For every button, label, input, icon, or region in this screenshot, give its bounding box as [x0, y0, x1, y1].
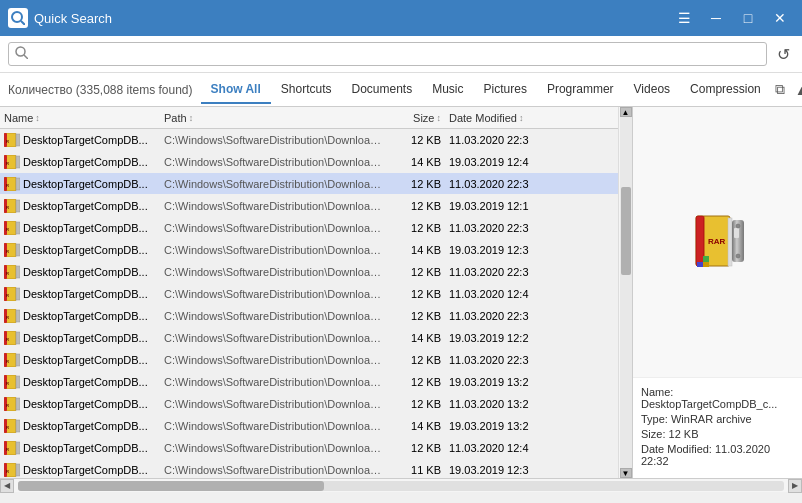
svg-point-79 [736, 254, 740, 258]
cell-path-6: C:\Windows\SoftwareDistribution\Download… [160, 266, 390, 278]
cell-path-2: C:\Windows\SoftwareDistribution\Download… [160, 178, 390, 190]
svg-rect-62 [16, 442, 20, 454]
cell-name-4: R DesktopTargetCompDB... [0, 221, 160, 235]
scroll-down-arrow[interactable]: ▼ [620, 468, 632, 478]
svg-line-3 [24, 55, 28, 59]
cell-size-1: 14 KB [390, 156, 445, 168]
svg-text:R: R [6, 161, 9, 166]
svg-rect-10 [16, 156, 20, 168]
table-row[interactable]: R DesktopTargetCompDB...C:\Windows\Softw… [0, 261, 618, 283]
table-body: R DesktopTargetCompDB...C:\Windows\Softw… [0, 129, 618, 478]
svg-text:R: R [6, 293, 9, 298]
search-input[interactable] [32, 47, 760, 62]
table-row[interactable]: R DesktopTargetCompDB...C:\Windows\Softw… [0, 217, 618, 239]
tab-pictures[interactable]: Pictures [474, 76, 537, 104]
menu-button[interactable]: ☰ [670, 6, 698, 30]
preview-info: Name: DesktopTargetCompDB_c... Type: Win… [633, 378, 802, 478]
table-row[interactable]: R DesktopTargetCompDB...C:\Windows\Softw… [0, 393, 618, 415]
table-row[interactable]: R DesktopTargetCompDB...C:\Windows\Softw… [0, 305, 618, 327]
svg-text:R: R [6, 315, 9, 320]
h-scroll-track[interactable] [18, 481, 784, 491]
file-icon: R [4, 397, 20, 411]
tab-compression[interactable]: Compression [680, 76, 771, 104]
cell-name-3: R DesktopTargetCompDB... [0, 199, 160, 213]
tab-show-all[interactable]: Show All [201, 76, 271, 104]
cell-name-12: R DesktopTargetCompDB... [0, 397, 160, 411]
cell-date-5: 19.03.2019 12:3 [445, 244, 585, 256]
col-header-path[interactable]: Path ↕ [160, 112, 390, 124]
window-title: Quick Search [34, 11, 670, 26]
cell-path-4: C:\Windows\SoftwareDistribution\Download… [160, 222, 390, 234]
bottom-scrollbar[interactable]: ◀ ▶ [0, 478, 802, 492]
table-row[interactable]: R DesktopTargetCompDB...C:\Windows\Softw… [0, 327, 618, 349]
external-link-button[interactable]: ⧉ [771, 79, 789, 100]
vertical-scrollbar[interactable]: ▲ ▼ [618, 107, 632, 478]
scroll-right-arrow[interactable]: ▶ [788, 479, 802, 493]
size-sort-arrow: ↕ [437, 113, 442, 123]
cell-path-11: C:\Windows\SoftwareDistribution\Download… [160, 376, 390, 388]
cell-path-15: C:\Windows\SoftwareDistribution\Download… [160, 464, 390, 476]
close-button[interactable]: ✕ [766, 6, 794, 30]
table-row[interactable]: R DesktopTargetCompDB...C:\Windows\Softw… [0, 151, 618, 173]
table-row[interactable]: R DesktopTargetCompDB...C:\Windows\Softw… [0, 437, 618, 459]
svg-rect-84 [703, 262, 709, 267]
file-icon: R [4, 243, 20, 257]
file-icon: R [4, 265, 20, 279]
cell-path-8: C:\Windows\SoftwareDistribution\Download… [160, 310, 390, 322]
cell-size-14: 12 KB [390, 442, 445, 454]
col-header-date[interactable]: Date Modified ↕ [445, 112, 585, 124]
table-row[interactable]: R DesktopTargetCompDB...C:\Windows\Softw… [0, 129, 618, 151]
h-scroll-thumb[interactable] [18, 481, 324, 491]
maximize-button[interactable]: □ [734, 6, 762, 30]
minimize-button[interactable]: ─ [702, 6, 730, 30]
cell-name-0: R DesktopTargetCompDB... [0, 133, 160, 147]
cell-name-15: R DesktopTargetCompDB... [0, 463, 160, 477]
refresh-button[interactable]: ↺ [773, 43, 794, 66]
col-header-name[interactable]: Name ↕ [0, 112, 160, 124]
svg-text:R: R [6, 183, 9, 188]
preview-image-area: RAR [633, 107, 802, 378]
table-row[interactable]: R DesktopTargetCompDB...C:\Windows\Softw… [0, 371, 618, 393]
tab-shortcuts[interactable]: Shortcuts [271, 76, 342, 104]
table-row[interactable]: R DesktopTargetCompDB...C:\Windows\Softw… [0, 283, 618, 305]
scroll-thumb[interactable] [621, 187, 631, 275]
cell-date-8: 11.03.2020 22:3 [445, 310, 585, 322]
file-icon: R [4, 441, 20, 455]
table-row[interactable]: R DesktopTargetCompDB...C:\Windows\Softw… [0, 459, 618, 478]
svg-point-0 [12, 12, 22, 22]
svg-point-2 [16, 47, 25, 56]
collapse-button[interactable]: ▲ [791, 80, 802, 100]
tab-music[interactable]: Music [422, 76, 473, 104]
table-row[interactable]: R DesktopTargetCompDB...C:\Windows\Softw… [0, 349, 618, 371]
cell-date-10: 11.03.2020 22:3 [445, 354, 585, 366]
file-icon: R [4, 177, 20, 191]
scroll-track[interactable] [620, 117, 632, 468]
svg-text:R: R [6, 447, 9, 452]
tabs-list: Show All Shortcuts Documents Music Pictu… [201, 76, 771, 104]
svg-text:R: R [6, 139, 9, 144]
cell-date-9: 19.03.2019 12:2 [445, 332, 585, 344]
tab-videos[interactable]: Videos [624, 76, 680, 104]
col-header-size[interactable]: Size ↕ [390, 112, 445, 124]
cell-date-1: 19.03.2019 12:4 [445, 156, 585, 168]
svg-text:R: R [6, 227, 9, 232]
svg-text:R: R [6, 271, 9, 276]
table-row[interactable]: R DesktopTargetCompDB...C:\Windows\Softw… [0, 415, 618, 437]
scroll-up-arrow[interactable]: ▲ [620, 107, 632, 117]
file-icon: R [4, 463, 20, 477]
table-row[interactable]: R DesktopTargetCompDB...C:\Windows\Softw… [0, 239, 618, 261]
cell-name-13: R DesktopTargetCompDB... [0, 419, 160, 433]
cell-size-12: 12 KB [390, 398, 445, 410]
cell-path-5: C:\Windows\SoftwareDistribution\Download… [160, 244, 390, 256]
table-row[interactable]: R DesktopTargetCompDB...C:\Windows\Softw… [0, 173, 618, 195]
svg-point-78 [736, 224, 740, 228]
svg-text:R: R [6, 249, 9, 254]
svg-rect-66 [16, 464, 20, 476]
svg-rect-75 [728, 218, 732, 266]
tab-programmer[interactable]: Programmer [537, 76, 624, 104]
file-icon: R [4, 353, 20, 367]
scroll-left-arrow[interactable]: ◀ [0, 479, 14, 493]
table-row[interactable]: R DesktopTargetCompDB...C:\Windows\Softw… [0, 195, 618, 217]
tab-documents[interactable]: Documents [341, 76, 422, 104]
svg-text:RAR: RAR [708, 237, 726, 246]
